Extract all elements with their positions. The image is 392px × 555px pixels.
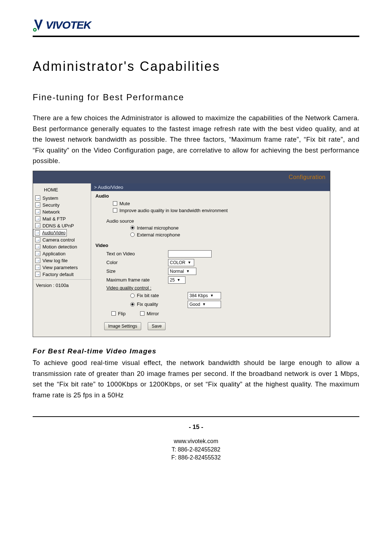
fix-quality-value: Good: [189, 302, 200, 307]
sidebar-item-label: Camera control: [42, 237, 75, 243]
expand-icon[interactable]: →: [35, 272, 40, 277]
sidebar-item-label: Security: [42, 202, 60, 208]
sidebar-item-factory-default[interactable]: → Factory default: [33, 271, 91, 278]
section-heading: Fine-tuning for Best Performance: [33, 92, 359, 102]
sidebar-item-audio-video[interactable]: → Audio/Video: [33, 229, 67, 236]
sidebar-item-label: Mail & FTP: [42, 216, 66, 222]
sidebar-item-label: View parameters: [42, 265, 78, 270]
sidebar-item-view-log[interactable]: → View log file: [33, 257, 91, 264]
size-value: Normal: [170, 269, 184, 274]
version-label: Version : 0100a: [33, 279, 91, 292]
subsection-heading: For Best Real-time Video Images: [33, 347, 359, 355]
fix-bit-rate-label: Fix bit rate: [137, 293, 159, 298]
sidebar-item-view-params[interactable]: → View parameters: [33, 264, 91, 271]
fix-quality-select[interactable]: Good ▼: [188, 301, 221, 308]
page-title: Administrator's Capabilities: [33, 59, 359, 74]
video-quality-control-label: Video quality control :: [106, 285, 168, 291]
sidebar-home[interactable]: HOME: [33, 185, 91, 195]
chevron-down-icon: ▼: [202, 302, 206, 306]
expand-icon[interactable]: →: [35, 244, 40, 249]
audio-source-label: Audio source: [106, 218, 134, 224]
subsection-paragraph: To achieve good real-time visual effect,…: [33, 357, 359, 400]
mute-label: Mute: [119, 201, 130, 206]
footer-fax: F: 886-2-82455532: [33, 454, 359, 462]
logo-text: VIVOTEK: [46, 19, 91, 31]
video-section-title: Video: [95, 242, 326, 250]
sidebar-item-security[interactable]: → Security: [33, 202, 91, 208]
expand-icon[interactable]: →: [35, 237, 40, 242]
sidebar-item-ddns-upnp[interactable]: → DDNS & UPnP: [33, 222, 91, 229]
config-screenshot: Configuration HOME → System → Security →…: [33, 171, 330, 337]
expand-icon[interactable]: →: [35, 230, 40, 235]
external-mic-radio[interactable]: [130, 232, 135, 237]
external-mic-label: External microphone: [137, 232, 180, 238]
mirror-checkbox[interactable]: [140, 311, 144, 316]
chevron-down-icon: ▼: [210, 293, 214, 297]
header-divider: [33, 36, 359, 37]
improve-audio-label: Improve audio quality in low bandwidth e…: [119, 208, 228, 213]
expand-icon[interactable]: →: [35, 216, 40, 221]
improve-audio-checkbox[interactable]: [113, 208, 117, 212]
footer: www.vivotek.com T: 886-2-82455282 F: 886…: [33, 437, 359, 462]
mirror-label: Mirror: [147, 311, 159, 316]
vivotek-logo-icon: [33, 18, 44, 32]
expand-icon[interactable]: →: [35, 258, 40, 263]
save-button[interactable]: Save: [148, 322, 166, 330]
size-label: Size: [106, 268, 168, 274]
chevron-down-icon: ▼: [177, 278, 180, 282]
sidebar-item-system[interactable]: → System: [33, 195, 91, 202]
expand-icon[interactable]: →: [35, 195, 40, 200]
intro-paragraph: There are a few choices the Administrato…: [33, 113, 359, 166]
color-label: Color: [106, 260, 168, 265]
sidebar-item-label: Audio/Video: [42, 230, 66, 235]
fix-bit-rate-value: 384 Kbps: [189, 293, 208, 298]
breadcrumb: > Audio/Video: [91, 183, 330, 191]
sidebar-item-camera-control[interactable]: → Camera control: [33, 236, 91, 243]
svg-point-1: [34, 29, 36, 31]
max-frame-rate-select[interactable]: 25 ▼: [168, 276, 185, 284]
sidebar-item-mail-ftp[interactable]: → Mail & FTP: [33, 215, 91, 222]
flip-label: Flip: [118, 311, 126, 316]
audio-section-title: Audio: [95, 193, 326, 200]
expand-icon[interactable]: →: [35, 202, 40, 207]
sidebar-item-label: Network: [42, 209, 60, 215]
text-on-video-label: Text on Video: [106, 251, 168, 256]
mute-checkbox[interactable]: [113, 201, 117, 206]
sidebar-item-network[interactable]: → Network: [33, 208, 91, 215]
expand-icon[interactable]: →: [35, 251, 40, 256]
sidebar-item-label: DDNS & UPnP: [42, 223, 74, 228]
color-value: COLOR: [170, 260, 185, 265]
color-select[interactable]: COLOR ▼: [168, 259, 194, 266]
footer-url: www.vivotek.com: [33, 437, 359, 445]
expand-icon[interactable]: →: [35, 223, 40, 228]
fix-quality-label: Fix quality: [137, 301, 158, 307]
fix-quality-radio[interactable]: [130, 302, 135, 307]
max-frame-rate-value: 25: [170, 278, 175, 283]
content-pane: > Audio/Video Audio Mute Improve audio q…: [91, 183, 330, 337]
sidebar-item-label: System: [42, 195, 58, 201]
breadcrumb-text: > Audio/Video: [94, 185, 123, 190]
image-settings-button[interactable]: Image Settings: [104, 322, 141, 330]
chevron-down-icon: ▼: [186, 269, 190, 273]
sidebar-item-label: View log file: [42, 258, 68, 263]
size-select[interactable]: Normal ▼: [168, 268, 196, 275]
sidebar-item-application[interactable]: → Application: [33, 250, 91, 257]
sidebar-item-label: Motion detection: [42, 244, 77, 250]
flip-checkbox[interactable]: [111, 311, 116, 316]
sidebar-item-label: Factory default: [42, 272, 74, 277]
sidebar-item-motion-detection[interactable]: → Motion detection: [33, 243, 91, 250]
footer-divider: [33, 416, 359, 417]
internal-mic-label: Internal microphone: [137, 225, 179, 231]
fix-bit-rate-radio[interactable]: [130, 293, 135, 298]
sidebar: HOME → System → Security → Network → Mai…: [33, 183, 91, 337]
page-number: - 15 -: [33, 424, 359, 431]
max-frame-rate-label: Maximum frame rate: [106, 277, 168, 283]
footer-tel: T: 886-2-82455282: [33, 446, 359, 454]
logo: VIVOTEK: [33, 18, 359, 32]
expand-icon[interactable]: →: [35, 265, 40, 270]
titlebar-text: Configuration: [289, 174, 326, 181]
text-on-video-input[interactable]: [168, 250, 212, 258]
fix-bit-rate-select[interactable]: 384 Kbps ▼: [188, 292, 221, 299]
expand-icon[interactable]: →: [35, 209, 40, 214]
internal-mic-radio[interactable]: [130, 226, 135, 230]
